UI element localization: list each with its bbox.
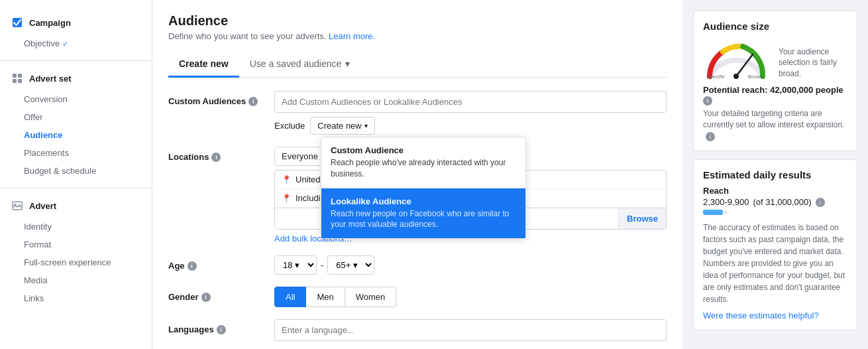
browse-button[interactable]: Browse [618, 208, 666, 229]
sidebar-item-links[interactable]: Links [0, 289, 152, 307]
sidebar-section-campaign: Campaign Objective ✓ [0, 11, 152, 52]
svg-rect-1 [13, 74, 17, 78]
svg-rect-3 [13, 79, 17, 83]
lookalike-title: Lookalike Audience [331, 196, 516, 206]
custom-audience-title: Custom Audience [331, 145, 516, 155]
gender-row: Gender i All Men Women [168, 287, 667, 307]
learn-more-link[interactable]: Learn more. [329, 31, 375, 41]
reach-label: Reach [703, 186, 847, 196]
pin-icon-2: 📍 [282, 194, 292, 203]
custom-audiences-info-icon[interactable]: i [248, 97, 258, 106]
page-subtitle: Define who you want to see your adverts.… [168, 31, 667, 41]
audience-size-title: Audience size [703, 21, 847, 32]
gender-men-button[interactable]: Men [306, 287, 345, 307]
reach-info-icon[interactable]: i [816, 198, 825, 207]
reach-bar [703, 210, 847, 215]
create-new-dropdown: Custom Audience Reach people who've alre… [321, 137, 526, 239]
gender-control: All Men Women [274, 287, 667, 307]
helpful-link[interactable]: Were these estimates helpful? [703, 311, 819, 320]
targeting-desc: Your detailed targeting criteria are cur… [703, 108, 847, 141]
gender-women-button[interactable]: Women [345, 287, 397, 307]
reach-bar-empty [724, 210, 727, 215]
age-label: Age i [168, 255, 274, 271]
gender-label: Gender i [168, 287, 274, 302]
svg-rect-4 [18, 79, 22, 83]
estimated-title: Estimated daily results [703, 169, 847, 180]
targeting-info-icon[interactable]: i [706, 132, 715, 141]
campaign-label: Campaign [29, 18, 71, 28]
page-title: Audience [168, 13, 667, 29]
svg-rect-2 [18, 74, 22, 78]
gender-info-icon[interactable]: i [201, 293, 211, 302]
audience-tabs: Create new Use a saved audience ▾ [168, 52, 667, 78]
age-row: Age i 18 ▾ - 65+ ▾ [168, 255, 667, 275]
dropdown-item-lookalike[interactable]: Lookalike Audience Reach new people on F… [321, 188, 525, 239]
locations-info-icon[interactable]: i [211, 153, 221, 162]
languages-control [274, 319, 667, 341]
create-new-button[interactable]: Create new ▾ [310, 117, 374, 135]
sidebar-item-budget[interactable]: Budget & schedule [0, 162, 152, 180]
sidebar-section-advert-set: Advert set Conversion Offer Audience Pla… [0, 66, 152, 180]
age-info-icon[interactable]: i [188, 261, 197, 271]
lookalike-desc: Reach new people on Facebook who are sim… [331, 208, 516, 231]
custom-audiences-control: Exclude Create new ▾ Custom Audience Rea… [274, 91, 667, 135]
languages-input[interactable] [274, 319, 667, 341]
sidebar-item-conversion[interactable]: Conversion [0, 90, 152, 108]
sidebar-item-media[interactable]: Media [0, 271, 152, 289]
potential-reach: Potential reach: 42,000,000 people i [703, 85, 847, 105]
accuracy-text: The accuracy of estimates is based on fa… [703, 222, 847, 305]
potential-reach-info-icon[interactable]: i [703, 96, 712, 105]
pin-icon: 📍 [282, 175, 292, 184]
reach-bar-segment [703, 210, 723, 215]
age-control: 18 ▾ - 65+ ▾ [274, 255, 667, 275]
gender-group: All Men Women [274, 287, 667, 307]
tab-saved-audience[interactable]: Use a saved audience ▾ [239, 52, 361, 78]
custom-audiences-row: Custom Audiences i Exclude Create new ▾ … [168, 91, 667, 135]
sidebar: Campaign Objective ✓ Advert set Conversi… [0, 0, 152, 349]
chevron-down-icon: ▾ [345, 58, 350, 69]
grid-icon [11, 72, 24, 85]
gauge-container: Specific Broad Your audience selection i… [703, 40, 847, 80]
svg-text:Specific: Specific [706, 74, 725, 80]
objective-check: ✓ [62, 40, 68, 48]
sidebar-header-campaign[interactable]: Campaign [0, 11, 152, 35]
sidebar-item-objective[interactable]: Objective ✓ [0, 35, 152, 52]
divider-2 [0, 188, 152, 188]
sidebar-item-audience[interactable]: Audience [0, 126, 152, 144]
estimated-card: Estimated daily results Reach 2,300-9,90… [693, 159, 857, 330]
exclude-label: Exclude [274, 121, 305, 131]
create-new-chevron-icon: ▾ [364, 122, 368, 129]
locations-label: Locations i [168, 147, 274, 162]
svg-point-8 [733, 74, 739, 79]
advert-set-label: Advert set [29, 74, 72, 84]
sidebar-section-advert: Advert Identity Format Full-screen exper… [0, 194, 152, 307]
dropdown-item-custom-audience[interactable]: Custom Audience Reach people who've alre… [321, 137, 525, 188]
gender-all-button[interactable]: All [274, 287, 306, 307]
age-separator: - [321, 260, 323, 270]
audience-size-card: Audience size Specific Broa [693, 11, 857, 151]
right-panel: Audience size Specific Broa [682, 0, 868, 349]
sidebar-item-offer[interactable]: Offer [0, 108, 152, 126]
custom-audiences-input[interactable] [274, 91, 667, 113]
age-to-select[interactable]: 65+ ▾ [327, 255, 374, 275]
checkbox-icon [11, 16, 24, 29]
gauge-description: Your audience selection is fairly broad. [779, 46, 847, 80]
sidebar-header-advert-set[interactable]: Advert set [0, 66, 152, 90]
languages-label: Languages i [168, 319, 274, 334]
age-from-select[interactable]: 18 ▾ [274, 255, 317, 275]
sidebar-header-advert[interactable]: Advert [0, 194, 152, 218]
sidebar-item-placements[interactable]: Placements [0, 144, 152, 162]
sidebar-item-fullscreen[interactable]: Full-screen experience [0, 253, 152, 271]
sidebar-item-identity[interactable]: Identity [0, 218, 152, 236]
custom-audience-desc: Reach people who've already interacted w… [331, 157, 516, 180]
languages-row: Languages i [168, 319, 667, 341]
advert-label: Advert [29, 201, 56, 211]
image-icon [11, 199, 24, 212]
svg-text:Broad: Broad [748, 74, 762, 80]
custom-audiences-label: Custom Audiences i [168, 91, 274, 106]
tab-create-new[interactable]: Create new [168, 52, 239, 78]
exclude-row: Exclude Create new ▾ Custom Audience Rea… [274, 117, 667, 135]
sidebar-item-format[interactable]: Format [0, 236, 152, 253]
reach-value: 2,300-9,900 (of 31,000,000) i [703, 197, 847, 207]
languages-info-icon[interactable]: i [217, 325, 226, 334]
